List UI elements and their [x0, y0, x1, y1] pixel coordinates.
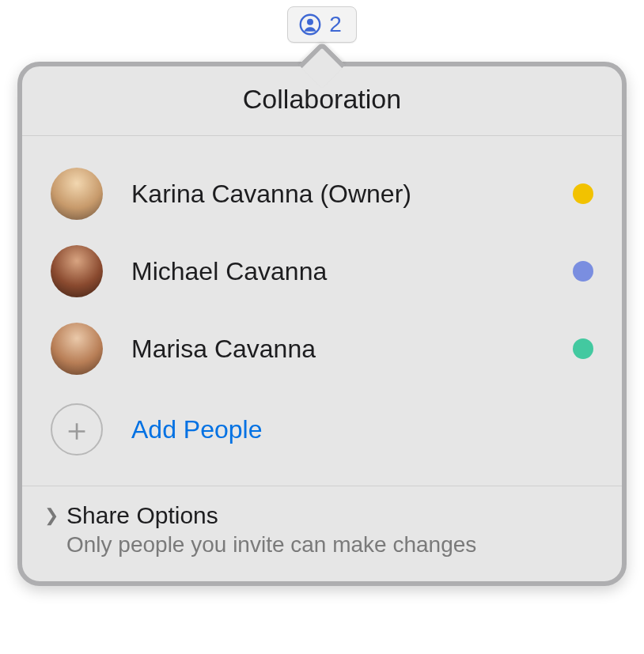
popover-arrow [305, 41, 339, 63]
avatar [51, 168, 103, 220]
person-icon [299, 13, 321, 36]
share-options-title: Share Options [66, 502, 218, 529]
collaboration-count: 2 [329, 12, 342, 37]
participant-name: Marisa Cavanna [131, 335, 573, 364]
popover-title: Collaboration [22, 84, 622, 115]
chevron-right-icon: ❯ [44, 505, 62, 526]
avatar [51, 245, 103, 297]
plus-icon: ＋ [51, 403, 103, 456]
participant-row[interactable]: Marisa Cavanna [51, 310, 593, 387]
presence-dot [573, 261, 593, 282]
presence-dot [573, 183, 593, 204]
participant-name: Karina Cavanna (Owner) [131, 180, 573, 209]
avatar [51, 323, 103, 375]
collaboration-popover: Collaboration Karina Cavanna (Owner) Mic… [17, 43, 627, 586]
add-people-button[interactable]: ＋ Add People [51, 387, 593, 478]
add-people-label: Add People [131, 415, 262, 444]
participant-list: Karina Cavanna (Owner) Michael Cavanna M… [22, 136, 622, 486]
svg-point-1 [307, 19, 313, 25]
participant-row[interactable]: Karina Cavanna (Owner) [51, 155, 593, 232]
share-options-row[interactable]: ❯ Share Options Only people you invite c… [22, 486, 622, 581]
collaboration-trigger-button[interactable]: 2 [287, 6, 357, 43]
share-options-subtitle: Only people you invite can make changes [66, 532, 593, 558]
participant-row[interactable]: Michael Cavanna [51, 232, 593, 310]
presence-dot [573, 338, 593, 359]
participant-name: Michael Cavanna [131, 257, 573, 286]
